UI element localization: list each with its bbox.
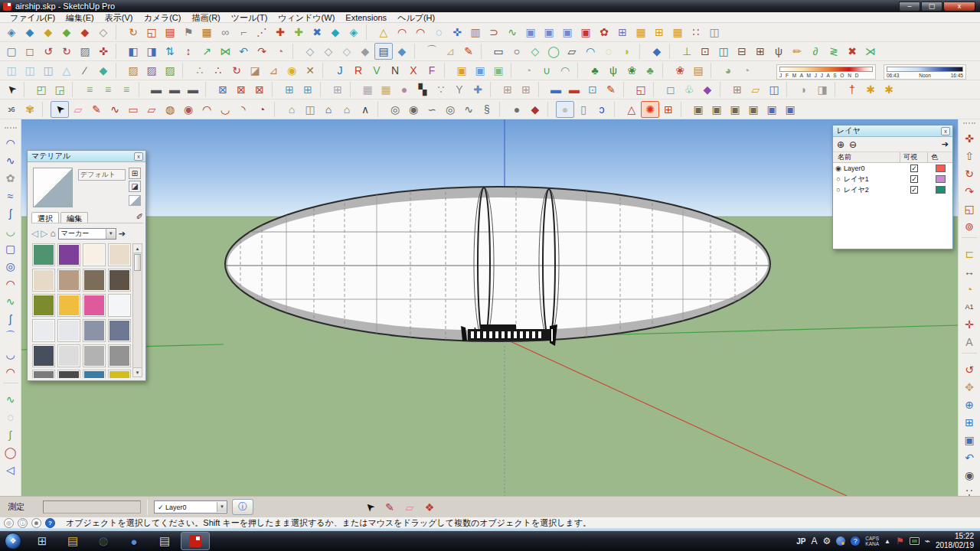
dim-figure-icon[interactable]: ψ bbox=[769, 43, 788, 60]
arc-gray-icon[interactable]: ⌒ bbox=[423, 43, 441, 60]
materials-title-bar[interactable]: マテリアル x bbox=[28, 151, 145, 162]
cursor-arrow-icon[interactable]: ➤ bbox=[2, 81, 21, 98]
stamp-rotate-icon[interactable]: ↻ bbox=[227, 62, 246, 79]
angle-close-icon[interactable]: ⋊ bbox=[861, 43, 880, 60]
dots-pair-icon[interactable]: ∵ bbox=[432, 81, 450, 98]
swatch-scrollbar[interactable]: ▲ ▼ bbox=[132, 243, 142, 377]
purple-polygon-icon[interactable]: ◆ bbox=[698, 81, 717, 98]
crossed-tools-icon[interactable]: ✕ bbox=[301, 62, 319, 79]
layer-visible-checkbox[interactable]: ✓ bbox=[910, 186, 918, 194]
taskbar-app-sketchup[interactable] bbox=[181, 532, 210, 550]
cube-add-icon[interactable]: ⊞ bbox=[728, 81, 746, 98]
tree-plant-icon[interactable]: ♣ bbox=[586, 62, 604, 79]
stamp-slope-icon[interactable]: ⊿ bbox=[264, 62, 283, 79]
dim-delete-icon[interactable]: ✖ bbox=[843, 43, 861, 60]
photo-frame-icon[interactable]: ▣ bbox=[577, 24, 595, 41]
tab-edit[interactable]: 編集 bbox=[60, 212, 88, 223]
collection-dropdown[interactable]: マーカー ▼ bbox=[58, 228, 116, 240]
model-viewport[interactable] bbox=[21, 119, 958, 496]
select-red-icon[interactable]: ◆ bbox=[76, 24, 94, 41]
credits-icon[interactable]: ⓘ bbox=[18, 518, 28, 528]
sphere-tool-icon[interactable]: ● bbox=[556, 101, 574, 118]
blue-move-icon[interactable]: ✜ bbox=[448, 24, 466, 41]
layer-color-chip[interactable] bbox=[936, 186, 946, 194]
arc-tool-a-icon[interactable]: ◠ bbox=[198, 101, 216, 118]
fan-rotate-icon[interactable]: ◔ bbox=[271, 43, 289, 60]
orbit-tool-icon[interactable]: ↺ bbox=[960, 360, 978, 378]
curve-red-icon[interactable]: ◠ bbox=[2, 275, 20, 292]
minimize-button[interactable]: – bbox=[899, 2, 920, 11]
stamp-flag-icon[interactable]: ∴ bbox=[191, 62, 209, 79]
menu-item-0[interactable]: ファイル(F) bbox=[5, 12, 60, 23]
c-curve-icon[interactable]: ◡ bbox=[2, 345, 20, 363]
menu-item-5[interactable]: ツール(T) bbox=[226, 12, 273, 23]
material-swatch-2[interactable] bbox=[83, 243, 106, 266]
diag-square-red-b-icon[interactable]: ⊠ bbox=[250, 81, 269, 98]
layer-radio[interactable]: ○ bbox=[833, 175, 844, 183]
yu-tool-icon[interactable]: Y bbox=[450, 81, 469, 98]
taskbar-app-browser-globe[interactable]: ● bbox=[119, 532, 149, 550]
tape-measure-icon[interactable]: ⊏ bbox=[960, 245, 978, 262]
home-plain-icon[interactable]: ⌂ bbox=[319, 101, 338, 118]
layer-radio[interactable]: ○ bbox=[833, 186, 844, 194]
select-white-icon[interactable]: ◇ bbox=[94, 24, 113, 41]
coil-a-icon[interactable]: ◎ bbox=[386, 101, 404, 118]
soften-f-icon[interactable]: ◆ bbox=[393, 43, 411, 60]
material-swatch-5[interactable] bbox=[57, 269, 80, 292]
add-layer-button[interactable]: ⊕ bbox=[837, 139, 844, 150]
angle-open-icon[interactable]: ≷ bbox=[825, 43, 843, 60]
component-f-icon[interactable]: ▣ bbox=[781, 101, 799, 118]
expand-page-icon[interactable]: ✜ bbox=[94, 43, 113, 60]
input-mode-indicator[interactable]: A bbox=[812, 536, 818, 546]
wrench-green-icon[interactable]: ∫ bbox=[2, 425, 20, 443]
tab-select[interactable]: 選択 bbox=[31, 212, 59, 223]
red-hook-icon[interactable]: ⊃ bbox=[485, 24, 503, 41]
details-arrow-icon[interactable]: ➔ bbox=[119, 229, 126, 239]
plus-flower-icon[interactable]: ✚ bbox=[469, 81, 487, 98]
material-swatch-23[interactable] bbox=[108, 370, 131, 378]
red-arc-b-icon[interactable]: ◠ bbox=[411, 24, 430, 41]
rotated-rectangle-tool-icon[interactable]: ▱ bbox=[142, 101, 161, 118]
teal-gem-icon[interactable]: ◆ bbox=[94, 62, 113, 79]
shape-parallelogram-icon[interactable]: ▱ bbox=[563, 43, 581, 60]
dotted-octagon-icon[interactable]: ◌ bbox=[2, 408, 20, 425]
cube-rotate-icon[interactable]: ▣ bbox=[540, 24, 558, 41]
ime-help-icon[interactable]: ? bbox=[851, 536, 860, 546]
follow-swirl-icon[interactable]: ↻ bbox=[124, 24, 142, 41]
coil-d-icon[interactable]: ◎ bbox=[441, 101, 459, 118]
gray-square-icon[interactable]: ▢ bbox=[2, 43, 21, 60]
line-pencil-icon[interactable]: ✎ bbox=[87, 101, 106, 118]
import-v-icon[interactable]: V bbox=[368, 62, 386, 79]
zigzag-green-icon[interactable]: ∿ bbox=[2, 292, 20, 310]
stamp-corner-icon[interactable]: ◪ bbox=[246, 62, 264, 79]
sun-burst-icon[interactable]: ✺ bbox=[641, 101, 659, 118]
zoom-window-tool-icon[interactable]: ⊞ bbox=[960, 413, 978, 431]
rectangle-tool-icon[interactable]: ▭ bbox=[124, 101, 142, 118]
material-swatch-13[interactable] bbox=[57, 319, 80, 342]
component-c-icon[interactable]: ▣ bbox=[726, 101, 744, 118]
scroll-thumb[interactable] bbox=[134, 254, 141, 271]
language-indicator[interactable]: JP bbox=[796, 537, 805, 546]
diag-square-red-a-icon[interactable]: ⊠ bbox=[232, 81, 250, 98]
3d-text-tool-icon[interactable]: A bbox=[960, 333, 978, 350]
red-grid-table-icon[interactable]: ⊞ bbox=[659, 101, 678, 118]
menu-item-1[interactable]: 編集(E) bbox=[60, 12, 100, 23]
planter-box-icon[interactable]: ▤ bbox=[689, 62, 707, 79]
network-icon[interactable]: ⌁ bbox=[925, 536, 930, 546]
kite-diamond-icon[interactable]: ◆ bbox=[648, 43, 666, 60]
pie-tool-icon[interactable]: ◔ bbox=[253, 101, 271, 118]
rotate-left-page-icon[interactable]: ↺ bbox=[39, 43, 57, 60]
scroll-up-icon[interactable]: ▲ bbox=[133, 244, 142, 253]
taskbar-app-calculator[interactable]: ⊞ bbox=[28, 532, 57, 550]
measure-field[interactable] bbox=[43, 500, 141, 514]
arrows-down-up-icon[interactable]: ↕ bbox=[179, 43, 198, 60]
logo-3g-icon[interactable]: ϶6 bbox=[2, 101, 21, 118]
material-swatch-20[interactable] bbox=[32, 370, 55, 378]
folder-open-icon[interactable]: ▱ bbox=[746, 81, 765, 98]
cube-copy-icon[interactable]: ▣ bbox=[521, 24, 540, 41]
layer-row-レイヤ1[interactable]: ○レイヤ1✓ bbox=[833, 174, 952, 184]
grid-square-b-icon[interactable]: ⊞ bbox=[299, 81, 317, 98]
dim-pencil-icon[interactable]: ✏ bbox=[788, 43, 806, 60]
geolocation-icon[interactable]: ◎ bbox=[4, 518, 14, 528]
arrows-up-down-icon[interactable]: ⇅ bbox=[161, 43, 179, 60]
